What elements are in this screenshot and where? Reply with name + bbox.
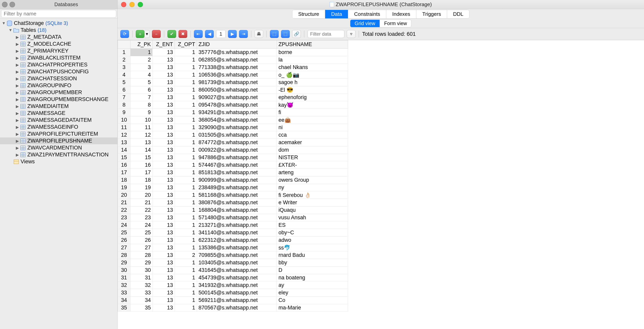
cell[interactable]: 1 <box>175 176 197 184</box>
cell[interactable]: 431645@s.whatsapp.net <box>197 267 277 274</box>
disclosure-icon[interactable] <box>15 76 20 81</box>
cell[interactable]: vusu Ansah <box>277 214 348 221</box>
cell[interactable]: 21 <box>130 199 152 206</box>
cell[interactable]: 23 <box>118 214 130 221</box>
cell[interactable]: 1 <box>175 237 197 244</box>
table-row[interactable]: 2424131213271@s.whatsapp.netES <box>118 221 348 229</box>
cell[interactable]: 168804@s.whatsapp.net <box>197 206 277 214</box>
cell[interactable]: 870567@s.whatsapp.net <box>197 304 277 312</box>
views-node[interactable]: Views <box>0 158 117 165</box>
cell[interactable]: la <box>277 56 348 64</box>
cell[interactable]: 24 <box>130 221 152 229</box>
cell[interactable]: 900999@s.whatsapp.net <box>197 176 277 184</box>
cell[interactable]: 13 <box>152 139 175 146</box>
cell[interactable]: 851813@s.whatsapp.net <box>197 169 277 176</box>
cell[interactable]: 1 <box>175 124 197 131</box>
disclosure-icon[interactable] <box>15 49 20 53</box>
tab-grid-view[interactable]: Grid view <box>350 20 380 27</box>
cell[interactable]: o_ 🍏📷 <box>277 71 348 79</box>
cell[interactable]: 23 <box>130 214 152 221</box>
cell[interactable]: fi <box>277 109 348 116</box>
table-row[interactable]: 22131062855@s.whatsapp.netla <box>118 56 348 64</box>
cell[interactable]: eley <box>277 289 348 297</box>
table-row[interactable]: 2121131380876@s.whatsapp.nete Writer <box>118 199 348 206</box>
cell[interactable]: 4 <box>118 71 130 79</box>
table-row[interactable]: 1818131900999@s.whatsapp.netowers Group <box>118 176 348 184</box>
cell[interactable]: fi Serebou 👌🏻 <box>277 191 348 199</box>
cell[interactable]: iQuaqu <box>277 206 348 214</box>
filter-input[interactable] <box>1 10 116 17</box>
filter-data-input[interactable] <box>308 30 344 38</box>
table-row[interactable]: 3535131870567@s.whatsapp.netma-Marie <box>118 304 348 312</box>
cell[interactable]: 622312@s.whatsapp.net <box>197 237 277 244</box>
col-header[interactable]: ZJID <box>197 40 277 49</box>
cell[interactable]: 1 <box>130 49 152 56</box>
cell[interactable]: 095478@s.whatsapp.net <box>197 101 277 109</box>
cell[interactable]: 2 <box>175 252 197 259</box>
cell[interactable]: 10 <box>118 116 130 124</box>
last-page-button[interactable]: ⇥ <box>239 30 248 38</box>
cell[interactable]: 13 <box>152 206 175 214</box>
cell[interactable]: 13 <box>152 297 175 304</box>
cell[interactable]: ny <box>277 184 348 191</box>
print-button[interactable]: 🖶 <box>254 30 263 38</box>
cell[interactable]: 9 <box>118 109 130 116</box>
cell[interactable]: 500145@s.whatsapp.net <box>197 289 277 297</box>
cell[interactable]: 8 <box>118 101 130 109</box>
cell[interactable]: 31 <box>118 274 130 282</box>
cell[interactable]: 13 <box>130 139 152 146</box>
cell[interactable]: 31 <box>130 274 152 282</box>
cell[interactable]: 5 <box>130 79 152 86</box>
delete-row-button[interactable]: － <box>152 30 161 38</box>
cell[interactable]: 238489@s.whatsapp.net <box>197 184 277 191</box>
table-row[interactable]: 3434131569211@s.whatsapp.netCo <box>118 297 348 304</box>
cell[interactable]: 26 <box>118 237 130 244</box>
close-icon[interactable] <box>2 2 8 7</box>
cell[interactable]: 7 <box>118 94 130 101</box>
table-node-zwaprofilepushname[interactable]: ZWAPROFILEPUSHNAME <box>0 137 117 144</box>
table-row[interactable]: 1717131851813@s.whatsapp.netarteng <box>118 169 348 176</box>
cell[interactable]: 35 <box>118 304 130 312</box>
cell[interactable]: 1 <box>175 94 197 101</box>
cell[interactable]: 16 <box>118 161 130 169</box>
cell[interactable]: e Writer <box>277 199 348 206</box>
grid-area[interactable]: Z_PKZ_ENTZ_OPTZJIDZPUSHNAME11131357776@s… <box>118 40 644 329</box>
table-node-zwachatpushconfig[interactable]: ZWACHATPUSHCONFIG <box>0 68 117 75</box>
cell[interactable]: 1 <box>175 154 197 161</box>
cell[interactable]: 22 <box>130 206 152 214</box>
cell[interactable]: 380876@s.whatsapp.net <box>197 199 277 206</box>
cell[interactable]: arteng <box>277 169 348 176</box>
cell[interactable]: 1 <box>175 191 197 199</box>
table-row[interactable]: 66131860050@s.whatsapp.net-El 😎 <box>118 86 348 94</box>
cell[interactable]: 860050@s.whatsapp.net <box>197 86 277 94</box>
cell[interactable]: 341932@s.whatsapp.net <box>197 282 277 289</box>
cell[interactable]: ephenoforig <box>277 94 348 101</box>
cell[interactable]: 13 <box>152 109 175 116</box>
cell[interactable]: 13 <box>152 116 175 124</box>
cell[interactable]: 34 <box>118 297 130 304</box>
disclosure-icon[interactable] <box>15 104 20 109</box>
cell[interactable]: 29 <box>118 259 130 267</box>
cell[interactable]: 000922@s.whatsapp.net <box>197 146 277 154</box>
deselect-button[interactable]: ⬚ <box>281 30 290 38</box>
table-node-zwavcardmention[interactable]: ZWAVCARDMENTION <box>0 144 117 151</box>
cell[interactable]: 21 <box>118 199 130 206</box>
cell[interactable]: ni <box>277 124 348 131</box>
cell[interactable]: 1 <box>175 199 197 206</box>
cell[interactable]: 4 <box>130 71 152 79</box>
disclosure-icon[interactable] <box>15 62 20 67</box>
tab-data[interactable]: Data <box>325 10 348 18</box>
cell[interactable]: 13 <box>152 101 175 109</box>
cell[interactable]: dom <box>277 146 348 154</box>
cell[interactable]: 13 <box>152 56 175 64</box>
cell[interactable]: 32 <box>118 282 130 289</box>
cell[interactable]: 14 <box>118 146 130 154</box>
table-row[interactable]: 88131095478@s.whatsapp.netkay😈 <box>118 101 348 109</box>
cell[interactable]: ay <box>277 282 348 289</box>
col-header[interactable]: Z_ENT <box>152 40 175 49</box>
cell[interactable]: 13 <box>152 86 175 94</box>
refresh-button[interactable]: ⟳ <box>120 30 129 38</box>
cell[interactable]: 3 <box>130 64 152 71</box>
table-row[interactable]: 99131934291@s.whatsapp.netfi <box>118 109 348 116</box>
cell[interactable]: 13 <box>152 71 175 79</box>
